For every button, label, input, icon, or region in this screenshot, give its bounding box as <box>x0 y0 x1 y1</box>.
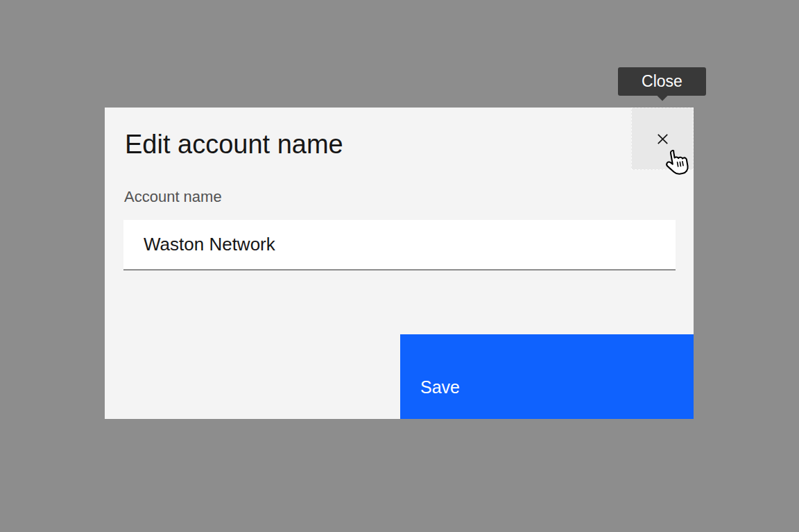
close-tooltip: Close <box>618 67 706 96</box>
close-icon <box>655 131 671 147</box>
account-name-input[interactable] <box>123 220 676 271</box>
close-button[interactable] <box>631 108 694 170</box>
close-tooltip-label: Close <box>642 72 682 91</box>
page-background: Close Edit account name Account name Sav… <box>0 0 799 532</box>
save-button-label: Save <box>420 377 460 397</box>
tooltip-caret <box>656 89 668 101</box>
modal-title: Edit account name <box>125 131 343 157</box>
save-button[interactable]: Save <box>400 334 694 419</box>
account-name-label: Account name <box>124 189 222 205</box>
edit-account-name-modal: Edit account name Account name Save <box>105 108 694 419</box>
